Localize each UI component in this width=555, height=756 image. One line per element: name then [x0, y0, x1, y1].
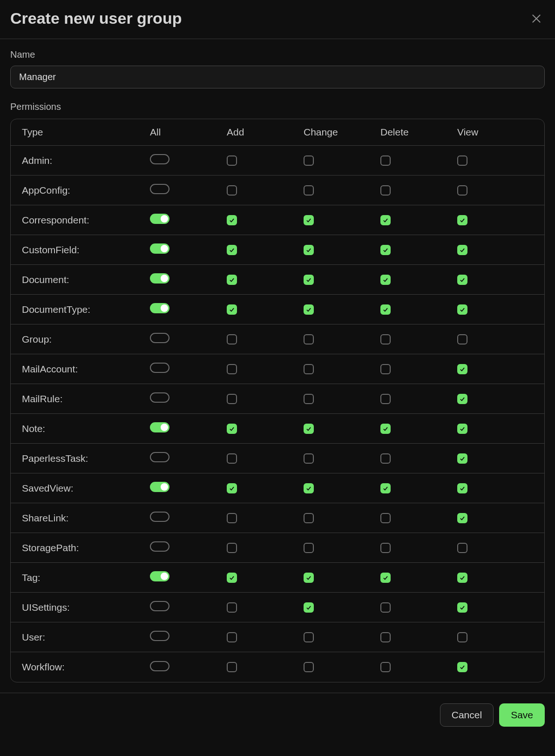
permission-row: MailRule: — [11, 384, 544, 414]
permission-type-label: User: — [22, 632, 150, 643]
permission-row: ShareLink: — [11, 503, 544, 533]
save-button[interactable]: Save — [499, 703, 545, 727]
checkbox-change[interactable] — [304, 573, 314, 583]
toggle-all[interactable] — [150, 273, 169, 284]
checkbox-view[interactable] — [457, 543, 467, 553]
checkbox-view[interactable] — [457, 513, 467, 523]
checkbox-change[interactable] — [304, 543, 314, 553]
checkbox-view[interactable] — [457, 424, 467, 434]
checkbox-delete[interactable] — [380, 394, 391, 404]
checkbox-view[interactable] — [457, 275, 467, 285]
toggle-all[interactable] — [150, 571, 169, 581]
checkbox-change[interactable] — [304, 662, 314, 672]
checkbox-change[interactable] — [304, 394, 314, 404]
checkbox-view[interactable] — [457, 185, 467, 196]
checkbox-view[interactable] — [457, 215, 467, 225]
checkbox-change[interactable] — [304, 334, 314, 344]
checkbox-delete[interactable] — [380, 334, 391, 344]
checkbox-change[interactable] — [304, 304, 314, 315]
checkbox-delete[interactable] — [380, 543, 391, 553]
checkbox-view[interactable] — [457, 245, 467, 255]
checkbox-add[interactable] — [227, 215, 237, 225]
toggle-all[interactable] — [150, 363, 169, 373]
toggle-all[interactable] — [150, 243, 169, 254]
toggle-all[interactable] — [150, 452, 169, 462]
toggle-all[interactable] — [150, 661, 169, 671]
checkbox-delete[interactable] — [380, 245, 391, 255]
checkbox-change[interactable] — [304, 602, 314, 613]
checkbox-delete[interactable] — [380, 513, 391, 523]
name-input[interactable] — [10, 66, 545, 88]
checkbox-delete[interactable] — [380, 573, 391, 583]
checkbox-add[interactable] — [227, 424, 237, 434]
checkbox-delete[interactable] — [380, 602, 391, 613]
checkbox-change[interactable] — [304, 185, 314, 196]
checkbox-change[interactable] — [304, 483, 314, 493]
checkbox-add[interactable] — [227, 245, 237, 255]
checkbox-add[interactable] — [227, 513, 237, 523]
checkbox-add[interactable] — [227, 394, 237, 404]
close-button[interactable] — [528, 10, 545, 27]
toggle-all[interactable] — [150, 303, 169, 313]
checkbox-change[interactable] — [304, 364, 314, 374]
checkbox-change[interactable] — [304, 215, 314, 225]
checkbox-delete[interactable] — [380, 453, 391, 464]
toggle-all[interactable] — [150, 601, 169, 611]
checkbox-add[interactable] — [227, 543, 237, 553]
checkbox-delete[interactable] — [380, 632, 391, 642]
checkbox-delete[interactable] — [380, 364, 391, 374]
toggle-all[interactable] — [150, 392, 169, 403]
checkbox-add[interactable] — [227, 602, 237, 613]
checkbox-view[interactable] — [457, 364, 467, 374]
checkbox-add[interactable] — [227, 185, 237, 196]
checkbox-delete[interactable] — [380, 155, 391, 166]
checkbox-view[interactable] — [457, 394, 467, 404]
checkbox-view[interactable] — [457, 483, 467, 493]
checkbox-delete[interactable] — [380, 662, 391, 672]
toggle-all[interactable] — [150, 482, 169, 492]
toggle-all[interactable] — [150, 184, 169, 194]
checkbox-add[interactable] — [227, 334, 237, 344]
toggle-all[interactable] — [150, 631, 169, 641]
toggle-all[interactable] — [150, 541, 169, 552]
checkbox-delete[interactable] — [380, 483, 391, 493]
toggle-all[interactable] — [150, 333, 169, 343]
checkbox-change[interactable] — [304, 155, 314, 166]
checkbox-change[interactable] — [304, 632, 314, 642]
checkbox-delete[interactable] — [380, 304, 391, 315]
checkbox-delete[interactable] — [380, 215, 391, 225]
checkbox-delete[interactable] — [380, 275, 391, 285]
checkbox-delete[interactable] — [380, 185, 391, 196]
col-type: Type — [22, 127, 150, 138]
checkbox-change[interactable] — [304, 453, 314, 464]
checkbox-delete[interactable] — [380, 424, 391, 434]
checkbox-change[interactable] — [304, 275, 314, 285]
checkbox-add[interactable] — [227, 155, 237, 166]
checkbox-change[interactable] — [304, 424, 314, 434]
toggle-all[interactable] — [150, 512, 169, 522]
toggle-all[interactable] — [150, 214, 169, 224]
checkbox-view[interactable] — [457, 602, 467, 613]
permissions-header-row: Type All Add Change Delete View — [11, 119, 544, 146]
checkbox-add[interactable] — [227, 632, 237, 642]
checkbox-add[interactable] — [227, 573, 237, 583]
permission-row: User: — [11, 622, 544, 652]
toggle-all[interactable] — [150, 154, 169, 164]
checkbox-view[interactable] — [457, 632, 467, 642]
checkbox-add[interactable] — [227, 304, 237, 315]
checkbox-view[interactable] — [457, 573, 467, 583]
checkbox-view[interactable] — [457, 304, 467, 315]
checkbox-change[interactable] — [304, 513, 314, 523]
checkbox-view[interactable] — [457, 155, 467, 166]
checkbox-change[interactable] — [304, 245, 314, 255]
checkbox-add[interactable] — [227, 364, 237, 374]
checkbox-add[interactable] — [227, 275, 237, 285]
toggle-all[interactable] — [150, 422, 169, 432]
checkbox-add[interactable] — [227, 662, 237, 672]
checkbox-add[interactable] — [227, 453, 237, 464]
checkbox-view[interactable] — [457, 662, 467, 672]
checkbox-view[interactable] — [457, 453, 467, 464]
checkbox-view[interactable] — [457, 334, 467, 344]
cancel-button[interactable]: Cancel — [440, 703, 494, 727]
checkbox-add[interactable] — [227, 483, 237, 493]
